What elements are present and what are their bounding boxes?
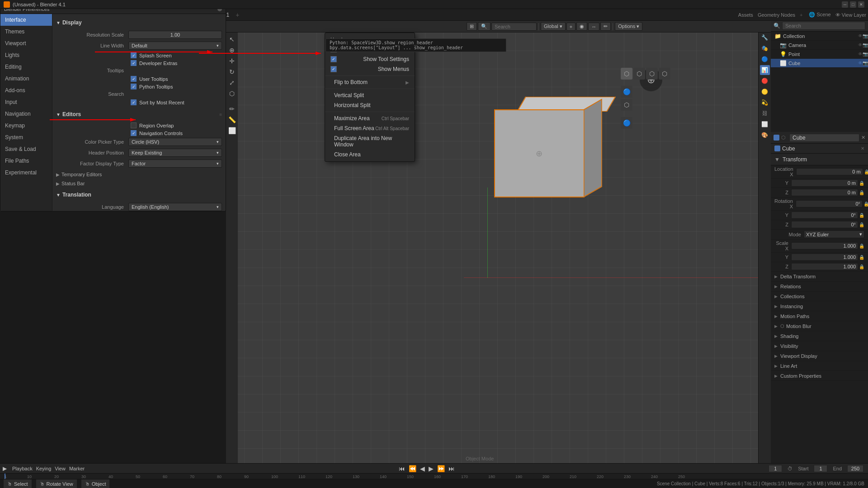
- viewport-display-section[interactable]: ▶ Viewport Display: [771, 351, 868, 361]
- sidebar-item-addons[interactable]: Add-ons: [0, 84, 52, 96]
- sidebar-item-navigation[interactable]: Navigation: [0, 108, 52, 120]
- location-x-field[interactable]: [796, 168, 863, 175]
- props-tab-particles[interactable]: 🟡: [760, 87, 770, 97]
- object-name-field[interactable]: Cube: [789, 134, 859, 142]
- language-dropdown[interactable]: English (English): [128, 203, 222, 211]
- sidebar-item-keymap[interactable]: Keymap: [0, 120, 52, 131]
- translation-section-header[interactable]: ▼ Translation: [56, 190, 222, 200]
- ctx-horizontal-split[interactable]: Horizontal Split: [325, 100, 415, 110]
- sidebar-item-animation[interactable]: Animation: [0, 73, 52, 84]
- global-mode-button[interactable]: Global ▾: [541, 22, 566, 31]
- location-z-field[interactable]: [791, 189, 858, 196]
- snap-magnet-button[interactable]: 🔵: [621, 117, 632, 129]
- sidebar-item-system[interactable]: System: [0, 131, 52, 143]
- rotation-x-field[interactable]: [796, 200, 863, 207]
- play-reverse-button[interactable]: ◀: [420, 465, 425, 472]
- outliner-search-input[interactable]: [782, 22, 865, 30]
- props-tab-scene[interactable]: 🎭: [760, 43, 770, 53]
- end-frame-input[interactable]: [847, 465, 863, 472]
- viewport-shading-eevee[interactable]: ⬡: [659, 68, 670, 80]
- transform-header[interactable]: ▼ Transform: [771, 154, 868, 165]
- outliner-item-point[interactable]: 💡 Point 👁 📷: [771, 50, 868, 59]
- rotation-mode-dropdown[interactable]: XYZ Euler: [804, 230, 864, 238]
- viewport-search-input[interactable]: [491, 23, 537, 31]
- object-visibility-checkbox[interactable]: [774, 135, 779, 141]
- header-position-dropdown[interactable]: Keep Existing: [128, 149, 222, 157]
- props-tab-constraints[interactable]: ⛓: [760, 108, 770, 118]
- sidebar-item-input[interactable]: Input: [0, 96, 52, 108]
- shading-section[interactable]: ▶ Shading: [771, 331, 868, 341]
- add-cube-button[interactable]: ⬜: [227, 126, 237, 136]
- location-y-lock-icon[interactable]: 🔒: [859, 181, 864, 186]
- line-width-dropdown[interactable]: Default: [128, 42, 222, 50]
- status-bar-toggle[interactable]: ▶ Status Bar: [56, 179, 222, 188]
- props-tab-modifier[interactable]: 🔴: [760, 76, 770, 86]
- next-keyframe-button[interactable]: ⏩: [437, 465, 445, 472]
- relations-section[interactable]: ▶ Relations: [771, 282, 868, 291]
- scale-x-field[interactable]: [791, 242, 858, 249]
- measure-button[interactable]: 📏: [227, 115, 237, 125]
- scale-z-lock-icon[interactable]: 🔒: [859, 264, 864, 269]
- motion-blur-section[interactable]: ▶ ⬡ Motion Blur: [771, 321, 868, 331]
- visibility-section[interactable]: ▶ Visibility: [771, 341, 868, 351]
- geometry-nodes-button[interactable]: Geometry Nodes: [758, 12, 795, 18]
- user-tooltips-checkbox[interactable]: [131, 76, 137, 82]
- current-frame-input[interactable]: [769, 465, 782, 472]
- motion-paths-section[interactable]: ▶ Motion Paths: [771, 311, 868, 321]
- navigation-controls-checkbox[interactable]: [131, 130, 137, 136]
- plus-button[interactable]: +: [800, 12, 802, 18]
- proportional-button[interactable]: ◉: [576, 22, 587, 31]
- start-frame-input[interactable]: [814, 465, 827, 472]
- temporary-editors-toggle[interactable]: ▶ Temporary Editors: [56, 170, 222, 179]
- props-tab-physics[interactable]: 💫: [760, 98, 770, 108]
- play-button[interactable]: ▶: [429, 465, 434, 472]
- developer-extras-checkbox[interactable]: [131, 60, 137, 66]
- splash-screen-checkbox[interactable]: [131, 52, 137, 58]
- sort-recent-checkbox[interactable]: [131, 99, 137, 105]
- jump-start-button[interactable]: ⏮: [399, 465, 405, 472]
- outliner-item-collection[interactable]: 📁 Collection 👁 📷: [771, 32, 868, 41]
- scale-z-field[interactable]: [791, 263, 858, 270]
- cursor-tool-button[interactable]: ⊕: [227, 45, 237, 55]
- prev-keyframe-button[interactable]: ⏪: [409, 465, 416, 472]
- outliner-item-cube[interactable]: ⬜ Cube 👁 📷: [771, 59, 868, 68]
- close-button[interactable]: ✕: [858, 1, 864, 8]
- select-tool-button[interactable]: ↖: [227, 34, 237, 44]
- location-x-lock-icon[interactable]: 🔒: [864, 169, 868, 174]
- transform-button[interactable]: ↔: [588, 23, 599, 31]
- assets-button[interactable]: Assets: [738, 12, 753, 18]
- scale-tool-button[interactable]: ⤢: [227, 78, 237, 88]
- region-overlap-checkbox[interactable]: [131, 122, 137, 128]
- props-tab-object[interactable]: 📊: [760, 65, 770, 75]
- ctx-vertical-split[interactable]: Vertical Split: [325, 90, 415, 100]
- color-picker-dropdown[interactable]: Circle (HSV): [128, 138, 222, 146]
- props-tab-data[interactable]: ⬜: [760, 119, 770, 129]
- viewport-shading-material[interactable]: ⬡: [633, 68, 645, 80]
- annotate-button[interactable]: ✏: [227, 104, 237, 114]
- expand-icon[interactable]: ✕: [861, 146, 864, 151]
- rotation-z-field[interactable]: [791, 221, 858, 228]
- sidebar-item-save-load[interactable]: Save & Load: [0, 143, 52, 155]
- sidebar-item-viewport[interactable]: Viewport: [0, 38, 52, 49]
- rotation-y-field[interactable]: [791, 211, 858, 219]
- outliner-item-camera[interactable]: 📷 Camera 👁 📷: [771, 41, 868, 50]
- playback-button[interactable]: Playback: [12, 466, 33, 471]
- minimize-button[interactable]: ─: [842, 1, 848, 8]
- sidebar-item-file-paths[interactable]: File Paths: [0, 155, 52, 167]
- sidebar-item-interface[interactable]: Interface: [0, 14, 52, 26]
- delta-transform-section[interactable]: ▶ Delta Transform: [771, 272, 868, 282]
- fake-user-button[interactable]: ✕: [861, 135, 865, 141]
- ctx-duplicate-area[interactable]: Duplicate Area into New Window: [325, 133, 415, 150]
- annotation-button[interactable]: ✏: [600, 22, 611, 31]
- scale-x-lock-icon[interactable]: 🔒: [859, 244, 864, 249]
- rotation-z-lock-icon[interactable]: 🔒: [859, 222, 864, 227]
- viewport-shading-rendered[interactable]: ⬡: [646, 68, 658, 80]
- options-button[interactable]: Options ▾: [615, 22, 642, 31]
- rotate-tool-button[interactable]: ↻: [227, 67, 237, 77]
- location-z-lock-icon[interactable]: 🔒: [859, 190, 864, 195]
- overlay-button[interactable]: ⬡: [621, 99, 632, 111]
- custom-properties-section[interactable]: ▶ Custom Properties: [771, 371, 868, 381]
- viewport-shading-solid[interactable]: ⬡: [621, 68, 632, 80]
- display-section-header[interactable]: ▼ Display: [56, 18, 222, 28]
- props-tab-world[interactable]: 🔵: [760, 54, 770, 64]
